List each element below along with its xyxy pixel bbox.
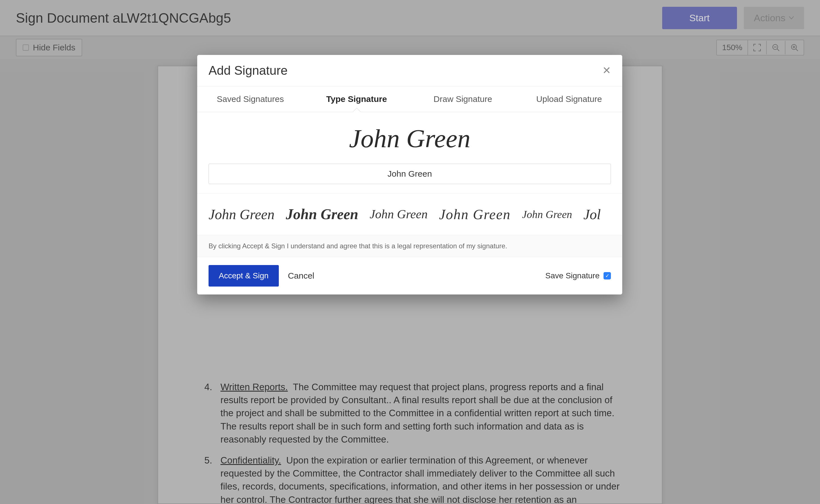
tab-draw-signature[interactable]: Draw Signature: [410, 86, 516, 112]
close-icon: ✕: [602, 65, 611, 76]
cancel-button[interactable]: Cancel: [288, 271, 314, 281]
font-option-1[interactable]: John Green: [208, 206, 274, 223]
tab-upload-signature[interactable]: Upload Signature: [516, 86, 622, 112]
tab-saved-signatures[interactable]: Saved Signatures: [197, 86, 303, 112]
tab-type-signature[interactable]: Type Signature: [303, 86, 410, 112]
signature-tabs: Saved Signatures Type Signature Draw Sig…: [197, 86, 622, 112]
save-signature-label: Save Signature: [546, 271, 600, 280]
modal-header: Add Signature ✕: [197, 55, 622, 86]
modal-footer: Accept & Sign Cancel Save Signature ✓: [197, 257, 622, 294]
modal-title: Add Signature: [208, 63, 287, 78]
close-button[interactable]: ✕: [602, 65, 611, 76]
checkbox-checked-icon: ✓: [604, 272, 611, 279]
font-option-3[interactable]: John Green: [370, 207, 428, 221]
legal-disclaimer: By clicking Accept & Sign I understand a…: [197, 235, 622, 257]
save-signature-toggle[interactable]: Save Signature ✓: [546, 271, 611, 280]
font-option-5[interactable]: John Green: [522, 208, 572, 221]
accept-sign-button[interactable]: Accept & Sign: [208, 265, 279, 287]
font-option-2[interactable]: John Green: [286, 206, 358, 223]
signature-preview: John Green: [197, 112, 622, 164]
add-signature-modal: Add Signature ✕ Saved Signatures Type Si…: [197, 55, 622, 294]
signature-name-input[interactable]: [208, 164, 611, 184]
font-option-4[interactable]: John Green: [439, 206, 511, 223]
font-style-options: John Green John Green John Green John Gr…: [197, 193, 622, 235]
font-option-6[interactable]: Jol: [584, 206, 601, 223]
